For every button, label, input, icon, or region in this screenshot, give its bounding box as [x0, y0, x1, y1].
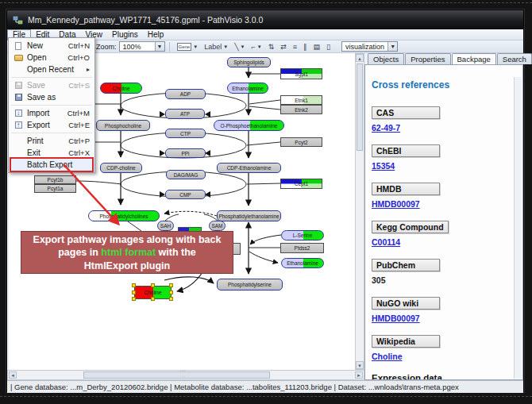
connector-tool-icon[interactable]: ⌐▼ [249, 41, 264, 52]
selection-handle[interactable] [169, 290, 173, 294]
chevron-down-icon[interactable]: ▼ [387, 42, 397, 51]
selection-handle[interactable] [132, 297, 136, 301]
menu-item-label: Export [27, 121, 68, 129]
pathway-node-phosphatidylcholines[interactable]: Phosphatidylcholines [88, 210, 160, 221]
menu-item-new[interactable]: NewCtrl+N [9, 40, 94, 52]
xref-header: Kegg Compound [372, 221, 449, 233]
menu-item-save-as[interactable]: Save as [9, 91, 94, 103]
selection-handle[interactable] [151, 283, 155, 287]
pathway-node-l-serine[interactable]: L-Serine [281, 230, 324, 240]
chevron-down-icon[interactable]: ▼ [241, 44, 245, 49]
label-tool[interactable]: Label▼ [202, 41, 230, 52]
selection-handle[interactable] [151, 297, 155, 301]
vertical-scroll-thumb[interactable] [357, 63, 363, 151]
chevron-down-icon[interactable]: ▼ [257, 44, 262, 49]
align-horizontal-tool-icon[interactable]: ⇄ [278, 41, 289, 52]
pathway-node-sphingolipids[interactable]: Sphingolipids [227, 57, 271, 67]
new-document-icon [12, 41, 25, 51]
xref-link[interactable]: 15354 [372, 161, 522, 171]
gene-tool[interactable]: Gene▼ [175, 41, 201, 52]
menu-item-batch-export[interactable]: Batch Export [9, 159, 94, 171]
pathway-node-pcyt1a[interactable]: Pcyt1a [34, 184, 76, 193]
pathway-node-sah[interactable]: SAH [157, 221, 174, 231]
menu-item-save[interactable]: SaveCtrl+S [9, 79, 94, 91]
pathway-node-phosphocholine[interactable]: Phosphocholine [96, 120, 150, 131]
canvas-horizontal-scrollbar[interactable]: ◄ ► [7, 370, 364, 380]
menu-item-print[interactable]: PrintCtrl+P [9, 135, 94, 147]
selection-handle[interactable] [132, 283, 136, 287]
stack-rows-tool-icon[interactable]: ≡ [291, 41, 299, 52]
pathway-node-sam[interactable]: SAM [209, 221, 226, 231]
scroll-up-icon[interactable]: ▲ [356, 54, 364, 62]
pathway-node-cdp-choline[interactable]: CDP-choline [100, 163, 142, 173]
visualization-combobox[interactable]: visualization ▼ [341, 41, 398, 52]
pathway-node-etnk1[interactable]: Etnk1 [280, 95, 322, 105]
align-vertical-tool-icon[interactable]: ⇅ [266, 41, 277, 52]
horizontal-scroll-thumb[interactable] [83, 371, 270, 379]
xref-link[interactable]: HMDB00097 [372, 199, 522, 209]
title-bar: Mm_Kennedy_pathway_WP1771_45176.gpml - P… [7, 10, 523, 29]
tab-search[interactable]: Search [497, 53, 532, 64]
chevron-down-icon[interactable]: ▼ [193, 44, 198, 49]
menu-item-exit[interactable]: ExitCtrl+X [9, 147, 94, 159]
xref-section-wikipedia: WikipediaCholine [372, 335, 522, 361]
distribute-tool-icon[interactable]: ▤ [311, 41, 323, 52]
zoom-combobox[interactable]: 100% ▼ [119, 41, 165, 52]
menu-item-export[interactable]: ↑ExportCtrl+E [9, 119, 94, 131]
selection-handle[interactable] [169, 297, 173, 301]
backpage-panel: Cross references CAS62-49-7ChEBI15354HMD… [364, 64, 523, 380]
scroll-right-icon[interactable]: ► [355, 371, 363, 379]
menubar-item-help[interactable]: Help [143, 29, 169, 40]
pathway-node-phosphatidylserine[interactable]: Phosphatidylserine [217, 279, 283, 290]
pathway-node-ppi[interactable]: PPi [165, 148, 206, 158]
window-title: Mm_Kennedy_pathway_WP1771_45176.gpml - P… [28, 15, 263, 25]
xref-link[interactable]: Choline [372, 352, 522, 361]
screenshot-frame: Mm_Kennedy_pathway_WP1771_45176.gpml - P… [0, 0, 532, 404]
line-tool-icon[interactable]: ╲▼ [232, 41, 247, 52]
menu-item-label: Open [27, 53, 67, 62]
pathway-node-cdp-ethanolamine[interactable]: CDP-Ethanolamine [217, 163, 281, 173]
pathway-node-etnk2[interactable]: Etnk2 [280, 105, 322, 114]
tab-objects[interactable]: Objects [368, 53, 404, 64]
scroll-left-icon[interactable]: ◄ [9, 371, 17, 379]
menu-item-label: Import [27, 109, 67, 117]
pathway-node-ctp[interactable]: CTP [165, 129, 206, 138]
selection-handle[interactable] [132, 290, 136, 294]
xref-link[interactable]: HMDB00097 [372, 314, 522, 323]
menu-item-open[interactable]: OpenCtrl+O [9, 52, 94, 63]
tab-properties[interactable]: Properties [405, 53, 450, 64]
xref-header: NuGO wiki [372, 297, 440, 310]
menu-item-import[interactable]: ↓ImportCtrl+M [9, 107, 94, 119]
menu-item-open-recent[interactable]: Open Recent▸ [9, 63, 94, 75]
chevron-down-icon[interactable]: ▼ [223, 44, 228, 49]
canvas-vertical-scrollbar[interactable]: ▲ ▼ [355, 53, 364, 370]
pathway-node-cept1[interactable]: Cept1 [280, 179, 322, 189]
menu-item-label: Open Recent [27, 65, 87, 74]
pathway-node-cmp[interactable]: CMP [165, 190, 206, 199]
pathway-node-sgpl1[interactable]: Sgpl1 [280, 68, 322, 79]
pathway-node-ethanolamine[interactable]: Ethanolamine [227, 83, 268, 94]
pathway-node-choline[interactable]: Choline [100, 83, 142, 94]
pathway-node-ptdss2[interactable]: Ptdss2 [280, 243, 324, 253]
xref-link[interactable]: C00114 [372, 237, 522, 247]
chevron-down-icon[interactable]: ▼ [155, 42, 164, 51]
selection-handle[interactable] [169, 283, 173, 287]
pathway-node-pcyt1b[interactable]: Pcyt1b [34, 175, 76, 184]
pathway-node-pcyt2[interactable]: Pcyt2 [280, 137, 322, 147]
scroll-down-icon[interactable]: ▼ [356, 361, 364, 369]
pathway-node-dag-mag[interactable]: DAG/MAG [166, 170, 206, 179]
xref-link[interactable]: 62-49-7 [372, 123, 522, 133]
menu-item-label: Exit [27, 148, 68, 157]
layout-tool-icon[interactable]: ▯ [324, 41, 333, 52]
pathway-node-phosphatidylethanolamine[interactable]: Phosphatidylethanolamine [217, 210, 281, 221]
tab-backpage[interactable]: Backpage [452, 53, 496, 64]
menu-separator [11, 77, 92, 78]
pathway-node-adp[interactable]: ADP [165, 89, 206, 99]
pathway-node-o-phosphoethanolamine[interactable]: O-Phosphoethanolamine [214, 120, 284, 131]
menu-item-label: New [27, 41, 68, 50]
pathway-node-ethanolamine[interactable]: Ethanolamine [281, 258, 324, 268]
sidebar-scrollbar[interactable] [514, 77, 522, 379]
pathway-node-atp[interactable]: ATP [165, 109, 205, 119]
stack-columns-tool-icon[interactable]: ∥ [301, 41, 310, 52]
menubar-item-plugins[interactable]: Plugins [107, 29, 143, 40]
